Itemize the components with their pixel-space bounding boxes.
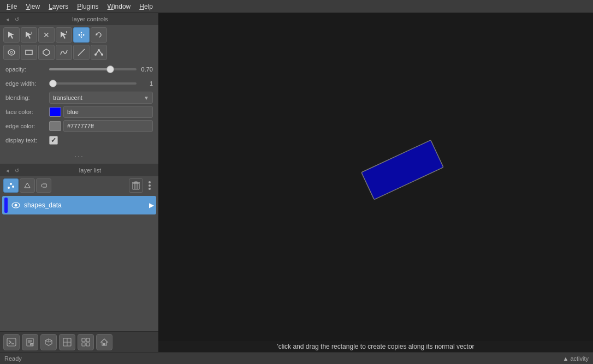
- section-icon-2[interactable]: ↺: [13, 15, 21, 23]
- opacity-fill: [49, 68, 110, 70]
- split-button[interactable]: [59, 334, 75, 350]
- edge-width-track[interactable]: [49, 82, 137, 85]
- menu-view[interactable]: View: [21, 2, 44, 11]
- rotate-tool[interactable]: [91, 27, 107, 43]
- select-arrow-tool[interactable]: [3, 27, 20, 43]
- layer-list-title: layer list: [25, 167, 155, 174]
- face-color-label: face color:: [5, 109, 49, 115]
- svg-marker-7: [80, 37, 82, 38]
- home-button[interactable]: [96, 334, 112, 350]
- svg-marker-3: [61, 32, 67, 39]
- svg-rect-51: [86, 338, 90, 342]
- ellipse-tool[interactable]: [3, 45, 20, 60]
- svg-rect-14: [26, 50, 32, 55]
- layer-item[interactable]: shapes_data ▶: [2, 196, 156, 214]
- controls-form: opacity: 0.70 edge width:: [0, 60, 158, 152]
- blending-dropdown[interactable]: translucent ▼: [49, 92, 153, 104]
- canvas-area[interactable]: 'click and drag the rectangle to create …: [158, 13, 593, 352]
- dot-1: [149, 181, 151, 183]
- opacity-thumb[interactable]: [106, 65, 114, 73]
- menu-help[interactable]: Help: [135, 2, 157, 11]
- layer-visibility-toggle[interactable]: [10, 199, 22, 211]
- svg-rect-52: [82, 343, 85, 346]
- svg-text:py: py: [31, 343, 34, 346]
- svg-line-45: [49, 341, 52, 342]
- svg-point-20: [98, 49, 100, 51]
- path-tool[interactable]: [56, 45, 72, 60]
- activity-text: ▲ activity: [562, 355, 589, 362]
- svg-point-22: [8, 187, 10, 189]
- dot-2: [149, 184, 151, 187]
- opacity-track[interactable]: [49, 68, 137, 70]
- terminal-button[interactable]: [3, 334, 20, 350]
- svg-rect-53: [86, 343, 90, 346]
- layer-list-icon-2[interactable]: ↺: [13, 166, 21, 174]
- add-tool[interactable]: +: [21, 27, 37, 43]
- layer-controls-section: ◂ ↺ layer controls + ✕: [0, 13, 158, 164]
- edge-width-label: edge width:: [5, 80, 49, 87]
- section-icons: ◂ ↺: [3, 15, 21, 23]
- blending-row: blending: translucent ▼: [5, 92, 153, 104]
- layer-expand-icon[interactable]: ▶: [149, 201, 154, 209]
- canvas-message-text: 'click and drag the rectangle to create …: [277, 343, 474, 350]
- grid-button[interactable]: [78, 334, 94, 350]
- edge-width-thumb[interactable]: [49, 80, 57, 87]
- canvas-status-message: 'click and drag the rectangle to create …: [158, 341, 593, 352]
- svg-rect-56: [361, 140, 443, 199]
- delete-layer-btn[interactable]: [129, 178, 143, 193]
- svg-marker-0: [8, 32, 14, 39]
- statusbar: Ready ▲ activity: [0, 352, 593, 364]
- face-color-text[interactable]: blue: [63, 106, 153, 118]
- layer-list-header: ◂ ↺ layer list: [0, 164, 158, 176]
- layer-list-icon-1[interactable]: ◂: [3, 166, 11, 174]
- vertex-tool[interactable]: [91, 45, 107, 60]
- more-options-btn[interactable]: [144, 178, 155, 193]
- svg-point-21: [101, 53, 103, 56]
- opacity-slider-container[interactable]: [49, 68, 137, 70]
- rectangle-tool[interactable]: [21, 45, 37, 60]
- layer-list-icons: ◂ ↺: [3, 166, 21, 174]
- svg-marker-25: [25, 183, 30, 188]
- opacity-label: opacity:: [5, 66, 49, 73]
- tool-row-1: + ✕: [0, 25, 158, 43]
- tool-row-2: [0, 43, 158, 60]
- display-text-label: display text:: [5, 137, 49, 144]
- menu-plugins[interactable]: Plugins: [73, 2, 103, 11]
- section-icon-1[interactable]: ◂: [3, 15, 11, 23]
- point-layer-btn[interactable]: [3, 178, 19, 193]
- edge-width-value: 1: [137, 80, 153, 87]
- shape-layer-btn[interactable]: [20, 178, 35, 193]
- left-panel: ◂ ↺ layer controls + ✕: [0, 13, 158, 352]
- edge-color-text[interactable]: #777777ff: [63, 120, 153, 132]
- main-area: ◂ ↺ layer controls + ✕: [0, 13, 593, 352]
- menu-window[interactable]: Window: [103, 2, 135, 11]
- menu-file[interactable]: File: [2, 2, 21, 11]
- opacity-row: opacity: 0.70: [5, 63, 153, 75]
- 3d-button[interactable]: [40, 334, 57, 350]
- svg-point-13: [10, 51, 13, 53]
- shape-container: [348, 138, 458, 205]
- line-tool[interactable]: [73, 45, 90, 60]
- svg-text:+: +: [30, 31, 33, 35]
- layer-color-bar: [4, 198, 8, 213]
- move-tool[interactable]: [73, 27, 90, 43]
- activity-button[interactable]: ▲ activity: [562, 355, 589, 362]
- svg-point-12: [8, 50, 15, 55]
- bottom-toolbar: py: [0, 331, 158, 352]
- label-layer-btn[interactable]: [36, 178, 51, 193]
- svg-rect-32: [134, 182, 138, 183]
- face-color-swatch[interactable]: [49, 107, 61, 117]
- layer-controls-title: layer controls: [25, 16, 155, 22]
- svg-line-46: [45, 341, 49, 342]
- svg-rect-50: [82, 338, 85, 342]
- edge-width-slider-container[interactable]: [49, 82, 137, 85]
- close-tool[interactable]: ✕: [38, 27, 55, 43]
- script-button[interactable]: py: [22, 334, 38, 350]
- menu-layers[interactable]: Layers: [44, 2, 73, 11]
- display-text-checkbox[interactable]: [49, 136, 58, 145]
- polygon-tool[interactable]: [38, 45, 55, 60]
- dropdown-arrow-icon: ▼: [144, 95, 149, 101]
- edge-color-swatch[interactable]: [49, 121, 61, 131]
- layer-name: shapes_data: [24, 201, 149, 209]
- select-all-tool[interactable]: [56, 27, 72, 43]
